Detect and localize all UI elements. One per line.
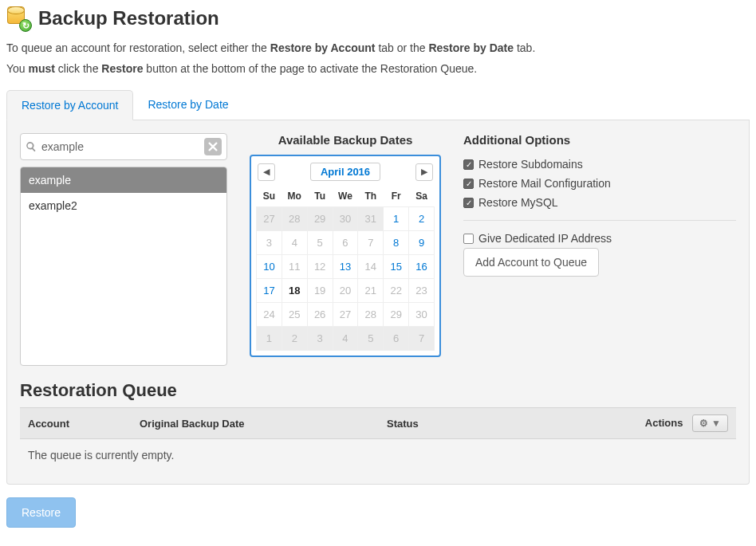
restore-bold: Restore xyxy=(101,62,143,75)
calendar-dow: Fr xyxy=(384,186,409,207)
calendar-column: Available Backup Dates ◀ April 2016 ▶ Su… xyxy=(250,133,441,357)
calendar-day[interactable]: 9 xyxy=(409,231,435,255)
calendar-dow: Th xyxy=(358,186,384,207)
calendar-day: 14 xyxy=(358,255,384,279)
calendar-day[interactable]: 1 xyxy=(384,207,409,231)
checkbox-icon: ✓ xyxy=(463,198,474,208)
tab-bar: Restore by Account Restore by Date xyxy=(6,89,750,120)
calendar-day: 25 xyxy=(282,303,307,327)
option-label: Restore Subdomains xyxy=(478,158,583,171)
option-restore-mysql[interactable]: ✓ Restore MySQL xyxy=(463,196,736,209)
search-icon xyxy=(26,141,37,152)
option-label: Give Dedicated IP Address xyxy=(478,232,612,245)
close-icon xyxy=(207,141,219,152)
calendar-day[interactable]: 16 xyxy=(409,255,435,279)
intro-text: To queue an account for restoration, sel… xyxy=(6,41,750,54)
checkbox-icon xyxy=(463,234,474,244)
restoration-queue-table: Account Original Backup Date Status Acti… xyxy=(20,407,736,471)
calendar-day: 31 xyxy=(358,207,384,231)
calendar-day[interactable]: 10 xyxy=(257,255,282,279)
calendar-day: 12 xyxy=(307,255,333,279)
calendar-day: 24 xyxy=(257,303,282,327)
calendar-day: 20 xyxy=(333,279,358,303)
calendar-day: 1 xyxy=(257,327,282,351)
calendar-day: 29 xyxy=(384,303,409,327)
account-list: exampleexample2 xyxy=(20,167,227,366)
restore-button[interactable]: Restore xyxy=(6,497,76,528)
tab-restore-by-date[interactable]: Restore by Date xyxy=(133,90,242,120)
chevron-left-icon: ◀ xyxy=(263,167,270,177)
calendar-day: 3 xyxy=(257,231,282,255)
restoration-queue-heading: Restoration Queue xyxy=(20,380,736,401)
calendar-day: 26 xyxy=(307,303,333,327)
calendar-day: 18 xyxy=(282,279,307,303)
options-divider xyxy=(463,220,736,221)
option-dedicated-ip[interactable]: Give Dedicated IP Address xyxy=(463,232,736,245)
calendar-day[interactable]: 13 xyxy=(333,255,358,279)
option-label: Restore MySQL xyxy=(478,196,558,209)
calendar-day: 5 xyxy=(358,327,384,351)
calendar-month-label[interactable]: April 2016 xyxy=(310,163,380,181)
chevron-down-icon: ▼ xyxy=(711,418,721,429)
clear-search-button[interactable] xyxy=(204,138,222,155)
queue-col-account: Account xyxy=(20,408,132,439)
calendar-dow: Tu xyxy=(307,186,333,207)
add-account-to-queue-button[interactable]: Add Account to Queue xyxy=(463,248,599,277)
must-bold: must xyxy=(29,62,55,75)
queue-actions-menu-button[interactable]: ⚙ ▼ xyxy=(692,414,728,432)
calendar-day: 7 xyxy=(409,327,435,351)
gear-icon: ⚙ xyxy=(699,418,708,429)
must-text: You must click the Restore button at the… xyxy=(6,62,750,75)
calendar-day: 6 xyxy=(333,231,358,255)
calendar-dow: Mo xyxy=(282,186,307,207)
calendar-day: 30 xyxy=(333,207,358,231)
list-item[interactable]: example2 xyxy=(21,193,226,218)
calendar-day: 4 xyxy=(333,327,358,351)
calendar-day[interactable]: 8 xyxy=(384,231,409,255)
calendar-day[interactable]: 17 xyxy=(257,279,282,303)
tab-panel: exampleexample2 Available Backup Dates ◀… xyxy=(6,120,750,485)
calendar-day: 28 xyxy=(282,207,307,231)
account-search-input[interactable] xyxy=(37,134,204,159)
calendar-dow: We xyxy=(333,186,358,207)
calendar-day: 29 xyxy=(307,207,333,231)
list-item[interactable]: example xyxy=(21,167,226,193)
queue-col-date: Original Backup Date xyxy=(132,408,379,439)
calendar-day: 19 xyxy=(307,279,333,303)
account-search-column: exampleexample2 xyxy=(20,133,227,366)
backup-restore-icon: ↻ xyxy=(6,6,30,30)
calendar-day: 3 xyxy=(307,327,333,351)
calendar-day[interactable]: 2 xyxy=(409,207,435,231)
calendar-day: 7 xyxy=(358,231,384,255)
option-restore-subdomains[interactable]: ✓ Restore Subdomains xyxy=(463,158,736,171)
calendar-day: 6 xyxy=(384,327,409,351)
checkbox-icon: ✓ xyxy=(463,179,474,189)
page-title: Backup Restoration xyxy=(38,7,219,29)
queue-empty-row: The queue is currently empty. xyxy=(20,439,736,472)
calendar-day: 30 xyxy=(409,303,435,327)
calendar-day: 28 xyxy=(358,303,384,327)
calendar-grid: SuMoTuWeThFrSa 2728293031123456789101112… xyxy=(256,186,435,351)
calendar-dow: Sa xyxy=(409,186,435,207)
option-label: Restore Mail Configuration xyxy=(478,177,611,190)
intro-bold-date: Restore by Date xyxy=(428,41,514,54)
calendar-day: 4 xyxy=(282,231,307,255)
available-dates-heading: Available Backup Dates xyxy=(250,133,441,147)
calendar-day: 5 xyxy=(307,231,333,255)
calendar-day: 11 xyxy=(282,255,307,279)
calendar-dow: Su xyxy=(257,186,282,207)
calendar-day: 27 xyxy=(333,303,358,327)
options-column: Additional Options ✓ Restore Subdomains … xyxy=(463,133,736,277)
calendar-day[interactable]: 15 xyxy=(384,255,409,279)
page-header: ↻ Backup Restoration xyxy=(6,6,750,30)
tab-restore-by-account[interactable]: Restore by Account xyxy=(6,90,133,120)
calendar: ◀ April 2016 ▶ SuMoTuWeThFrSa 2728293031… xyxy=(250,155,441,357)
calendar-prev-button[interactable]: ◀ xyxy=(258,163,275,181)
account-search-wrap xyxy=(20,133,227,160)
calendar-next-button[interactable]: ▶ xyxy=(415,163,433,181)
calendar-day: 23 xyxy=(409,279,435,303)
option-restore-mail[interactable]: ✓ Restore Mail Configuration xyxy=(463,177,736,190)
calendar-day: 27 xyxy=(257,207,282,231)
additional-options-heading: Additional Options xyxy=(463,133,736,147)
chevron-right-icon: ▶ xyxy=(421,167,427,177)
